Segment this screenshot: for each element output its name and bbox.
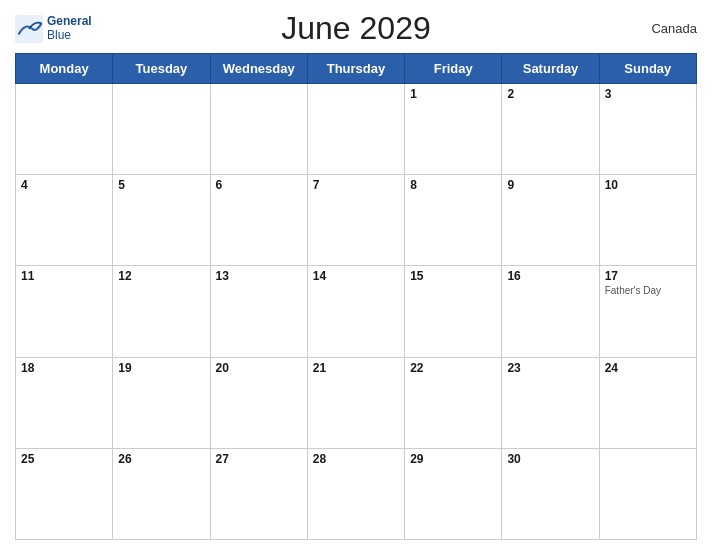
- calendar-cell: 4: [16, 175, 113, 266]
- day-number: 17: [605, 269, 691, 283]
- calendar-cell: 10: [599, 175, 696, 266]
- calendar-cell: 3: [599, 84, 696, 175]
- calendar-cell: 18: [16, 357, 113, 448]
- calendar-cell: [16, 84, 113, 175]
- calendar-cell: 14: [307, 266, 404, 357]
- day-number: 26: [118, 452, 204, 466]
- calendar-cell: [307, 84, 404, 175]
- day-number: 3: [605, 87, 691, 101]
- day-number: 25: [21, 452, 107, 466]
- calendar-cell: [113, 84, 210, 175]
- calendar-cell: 26: [113, 448, 210, 539]
- calendar-cell: 30: [502, 448, 599, 539]
- calendar-cell: 23: [502, 357, 599, 448]
- calendar-cell: 13: [210, 266, 307, 357]
- calendar-cell: 19: [113, 357, 210, 448]
- day-number: 20: [216, 361, 302, 375]
- calendar-cell: 6: [210, 175, 307, 266]
- day-header-tuesday: Tuesday: [113, 54, 210, 84]
- calendar-cell: 27: [210, 448, 307, 539]
- calendar-cell: 1: [405, 84, 502, 175]
- logo-text: General Blue: [47, 15, 92, 41]
- calendar-cell: [210, 84, 307, 175]
- day-number: 10: [605, 178, 691, 192]
- day-number: 9: [507, 178, 593, 192]
- day-header-friday: Friday: [405, 54, 502, 84]
- calendar-cell: 21: [307, 357, 404, 448]
- day-number: 4: [21, 178, 107, 192]
- day-number: 11: [21, 269, 107, 283]
- day-headers-row: MondayTuesdayWednesdayThursdayFridaySatu…: [16, 54, 697, 84]
- day-header-sunday: Sunday: [599, 54, 696, 84]
- holiday-label: Father's Day: [605, 285, 691, 297]
- calendar-cell: [599, 448, 696, 539]
- calendar-header: General Blue June 2029 Canada: [15, 10, 697, 47]
- day-number: 29: [410, 452, 496, 466]
- week-row-3: 11121314151617Father's Day: [16, 266, 697, 357]
- calendar-cell: 15: [405, 266, 502, 357]
- calendar-cell: 28: [307, 448, 404, 539]
- calendar-cell: 25: [16, 448, 113, 539]
- day-number: 1: [410, 87, 496, 101]
- day-number: 13: [216, 269, 302, 283]
- day-header-thursday: Thursday: [307, 54, 404, 84]
- day-number: 8: [410, 178, 496, 192]
- day-number: 6: [216, 178, 302, 192]
- country-label: Canada: [651, 21, 697, 36]
- calendar-cell: 2: [502, 84, 599, 175]
- calendar-cell: 12: [113, 266, 210, 357]
- day-number: 27: [216, 452, 302, 466]
- calendar-cell: 7: [307, 175, 404, 266]
- day-number: 19: [118, 361, 204, 375]
- generalblue-logo-icon: [15, 15, 43, 43]
- calendar-title: June 2029: [281, 10, 430, 47]
- calendar-cell: 17Father's Day: [599, 266, 696, 357]
- day-number: 23: [507, 361, 593, 375]
- day-number: 5: [118, 178, 204, 192]
- week-row-2: 45678910: [16, 175, 697, 266]
- calendar-table: MondayTuesdayWednesdayThursdayFridaySatu…: [15, 53, 697, 540]
- day-number: 2: [507, 87, 593, 101]
- week-row-4: 18192021222324: [16, 357, 697, 448]
- logo: General Blue: [15, 15, 92, 43]
- day-header-monday: Monday: [16, 54, 113, 84]
- day-number: 7: [313, 178, 399, 192]
- day-number: 22: [410, 361, 496, 375]
- day-number: 30: [507, 452, 593, 466]
- day-header-wednesday: Wednesday: [210, 54, 307, 84]
- day-number: 18: [21, 361, 107, 375]
- calendar-cell: 5: [113, 175, 210, 266]
- calendar-cell: 22: [405, 357, 502, 448]
- week-row-1: 123: [16, 84, 697, 175]
- week-row-5: 252627282930: [16, 448, 697, 539]
- calendar-cell: 9: [502, 175, 599, 266]
- day-number: 14: [313, 269, 399, 283]
- calendar-cell: 20: [210, 357, 307, 448]
- day-number: 28: [313, 452, 399, 466]
- day-number: 21: [313, 361, 399, 375]
- day-number: 15: [410, 269, 496, 283]
- calendar-cell: 11: [16, 266, 113, 357]
- day-number: 24: [605, 361, 691, 375]
- day-number: 12: [118, 269, 204, 283]
- calendar-cell: 8: [405, 175, 502, 266]
- day-header-saturday: Saturday: [502, 54, 599, 84]
- calendar-cell: 29: [405, 448, 502, 539]
- calendar-cell: 16: [502, 266, 599, 357]
- calendar-cell: 24: [599, 357, 696, 448]
- day-number: 16: [507, 269, 593, 283]
